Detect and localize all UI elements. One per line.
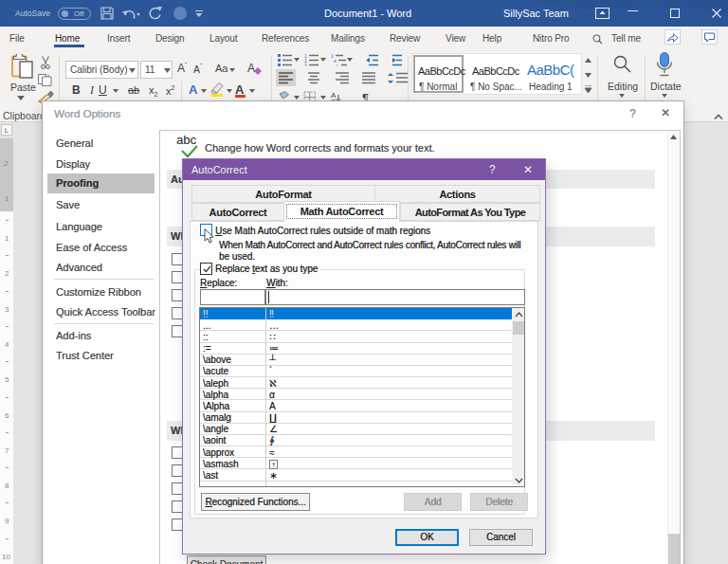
svg-text:3: 3 (304, 63, 307, 66)
svg-text:i: i (337, 63, 337, 66)
